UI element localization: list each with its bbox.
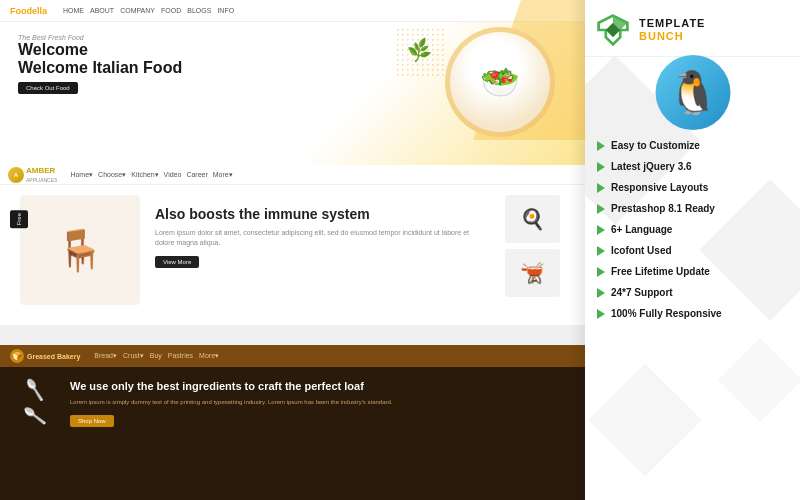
left-panel: Foodella HOME ABOUT COMPANY FOOD BLOGS I… (0, 0, 585, 500)
feature-label: 100% Fully Responsive (611, 308, 722, 319)
mid-heading: Also boosts the immune system (155, 205, 490, 223)
bottom-heading: We use only the best ingredients to craf… (70, 379, 565, 394)
feature-item-3: Responsive Layouts (593, 177, 792, 198)
diamond-shape (718, 338, 800, 423)
feature-item-7: Free Lifetime Update (593, 261, 792, 282)
feature-item-9: 100% Fully Responsive (593, 303, 792, 324)
nav-link: INFO (217, 7, 234, 14)
mid-text: Also boosts the immune system Lorem ipsu… (155, 195, 490, 305)
bottom-brand-name: Greased Bakery (27, 353, 80, 360)
arrow-icon (597, 246, 605, 256)
mid-brand: A AMBERAPPLIANCES (8, 166, 57, 184)
mid-nav-link: Choose▾ (98, 171, 126, 179)
brand-name: TEMPLATE BUNCH (639, 17, 705, 43)
arrow-icon (597, 267, 605, 277)
templatebunch-logo (595, 12, 631, 48)
mid-nav-links: Home▾ Choose▾ Kitchen▾ Video Career More… (70, 171, 232, 179)
product-thumb: 🍳 (505, 195, 560, 243)
chair-image: 🪑 (20, 195, 140, 305)
top-nav: Foodella HOME ABOUT COMPANY FOOD BLOGS I… (0, 0, 585, 22)
nav-link: COMPANY (120, 7, 155, 14)
food-plate: 🥗 (445, 27, 555, 137)
feature-item-8: 24*7 Support (593, 282, 792, 303)
feature-item-6: Icofont Used (593, 240, 792, 261)
feature-label: Responsive Layouts (611, 182, 708, 193)
mid-nav-link: Career (186, 171, 207, 179)
right-panel: TEMPLATE BUNCH 🐧 Easy to Customize Lates… (585, 0, 800, 500)
bottom-subtext: Lorem ipsum is simply dummy text of the … (70, 399, 565, 407)
bottom-cta[interactable]: Shop Now (70, 415, 114, 427)
chair-icon: 🪑 (55, 227, 105, 274)
bottom-nav-link: Pastries (168, 352, 193, 360)
feature-item-5: 6+ Language (593, 219, 792, 240)
bottom-nav-link: Buy (150, 352, 162, 360)
mid-logo-icon: A (8, 167, 24, 183)
mid-nav-link: More▾ (213, 171, 233, 179)
arrow-icon (597, 225, 605, 235)
feature-item-1: Easy to Customize (593, 135, 792, 156)
templatebunch-header: TEMPLATE BUNCH (585, 0, 800, 57)
nav-link: FOOD (161, 7, 181, 14)
bottom-logo-icon: 🍞 (10, 349, 24, 363)
mid-subtext: Lorem ipsum dolor sit amet, consectetur … (155, 228, 490, 248)
feature-label: Easy to Customize (611, 140, 700, 151)
mascot-avatar: 🐧 (655, 55, 730, 130)
plate-food: 🥗 (450, 32, 550, 132)
nav-link: ABOUT (90, 7, 114, 14)
arrow-icon (597, 288, 605, 298)
top-nav-links: HOME ABOUT COMPANY FOOD BLOGS INFO (63, 7, 234, 14)
bottom-nav: 🍞 Greased Bakery Bread▾ Crust▾ Buy Pastr… (0, 345, 585, 367)
top-mockup: Foodella HOME ABOUT COMPANY FOOD BLOGS I… (0, 0, 585, 180)
diamond-shape (588, 363, 701, 476)
feature-label: Latest jQuery 3.6 (611, 161, 692, 172)
bottom-nav-link: Bread▾ (94, 352, 117, 360)
free-tag: Free (10, 210, 28, 228)
arrow-icon (597, 204, 605, 214)
mid-nav: A AMBERAPPLIANCES Home▾ Choose▾ Kitchen▾… (0, 165, 585, 185)
bottom-text: We use only the best ingredients to craf… (70, 379, 565, 426)
top-brand: Foodella (10, 6, 47, 16)
feature-item-2: Latest jQuery 3.6 (593, 156, 792, 177)
arrow-icon (597, 309, 605, 319)
features-list: Easy to Customize Latest jQuery 3.6 Resp… (585, 135, 800, 324)
arrow-icon (597, 141, 605, 151)
feature-label: Free Lifetime Update (611, 266, 710, 277)
mid-mockup: A AMBERAPPLIANCES Home▾ Choose▾ Kitchen▾… (0, 165, 585, 325)
mid-product-thumbnails: 🍳 🫕 (505, 195, 565, 305)
product-thumb: 🫕 (505, 249, 560, 297)
feature-label: Icofont Used (611, 245, 672, 256)
bottom-hero: 🥄 🥄 We use only the best ingredients to … (0, 367, 585, 439)
mid-cta[interactable]: View More (155, 256, 199, 268)
bottom-mockup: 🍞 Greased Bakery Bread▾ Crust▾ Buy Pastr… (0, 345, 585, 500)
hero-cta[interactable]: Check Out Food (18, 82, 78, 94)
arrow-icon (597, 183, 605, 193)
nav-link: BLOGS (187, 7, 211, 14)
brand-template: TEMPLATE (639, 17, 705, 30)
mid-nav-link: Home▾ (70, 171, 93, 179)
mid-content: 🪑 Also boosts the immune system Lorem ip… (0, 185, 585, 315)
bottom-nav-link: Crust▾ (123, 352, 144, 360)
bottom-brand: 🍞 Greased Bakery (10, 349, 80, 363)
feature-label: 24*7 Support (611, 287, 673, 298)
hero-area: The Best Fresh Food WelcomeWelcome Itali… (0, 22, 585, 106)
mid-brand-name: AMBERAPPLIANCES (26, 166, 57, 184)
feature-label: Prestashop 8.1 Ready (611, 203, 715, 214)
mascot-container: 🐧 (655, 55, 730, 130)
penguin-emoji: 🐧 (667, 68, 719, 117)
feature-label: 6+ Language (611, 224, 672, 235)
bottom-nav-links: Bread▾ Crust▾ Buy Pastries More▾ (94, 352, 219, 360)
bottom-nav-link: More▾ (199, 352, 219, 360)
nav-link: HOME (63, 7, 84, 14)
arrow-icon (597, 162, 605, 172)
mid-nav-link: Kitchen▾ (131, 171, 158, 179)
mid-nav-link: Video (164, 171, 182, 179)
feature-item-4: Prestashop 8.1 Ready (593, 198, 792, 219)
brand-bunch: BUNCH (639, 30, 705, 43)
